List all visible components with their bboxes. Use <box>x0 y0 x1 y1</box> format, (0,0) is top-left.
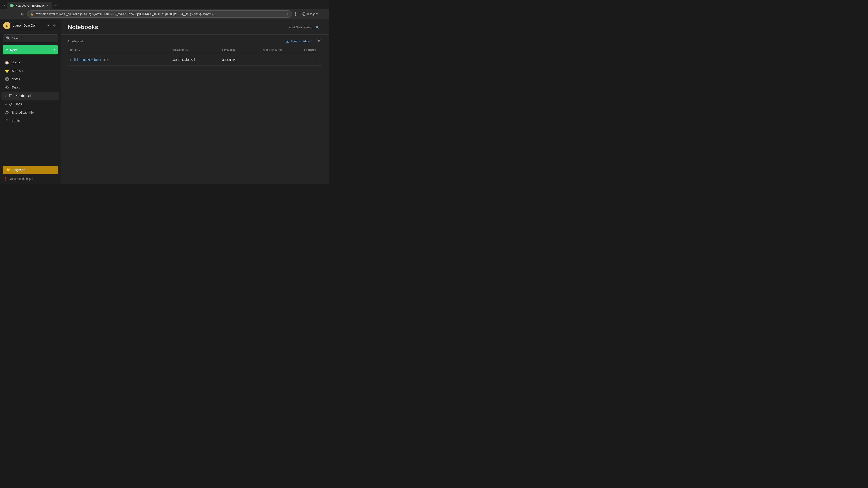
table-container: TITLE ▲ CREATED BY UPDATED SHARED WITH <box>61 46 329 184</box>
svg-rect-6 <box>9 94 12 97</box>
search-button[interactable]: 🔍 Search <box>3 34 58 42</box>
help-icon: ❓ <box>4 177 7 181</box>
new-tab-button[interactable]: + <box>53 2 59 8</box>
sidebar-item-label: Shortcuts <box>12 69 25 72</box>
find-placeholder: Find Notebooks... <box>289 26 313 29</box>
chevron-down-icon[interactable]: ▾ <box>48 24 49 27</box>
tasks-icon <box>5 86 9 90</box>
sidebar-nav: 🏠 Home ⭐ Shortcuts Notes <box>0 57 61 163</box>
tab-title: Notebooks - Evernote <box>16 4 44 7</box>
app-container: L Lauren Dale Deli ▾ ⚙ 🔍 Search + New ▾ … <box>0 19 329 184</box>
browser-menu-button[interactable]: ⋮ <box>320 11 327 17</box>
shared-icon <box>5 110 9 115</box>
col-header-created-by[interactable]: CREATED BY <box>169 46 220 54</box>
new-button[interactable]: + New ▾ <box>3 45 58 55</box>
col-header-actions: ACTIONS <box>302 46 322 54</box>
main-content: Notebooks Find Notebooks... 🔍 1 notebook <box>61 19 329 184</box>
new-notebook-label: New Notebook <box>291 39 312 43</box>
chevron-down-icon: ▾ <box>54 48 55 52</box>
tab-close-button[interactable]: ✕ <box>46 4 49 7</box>
find-notebooks-input[interactable]: Find Notebooks... 🔍 <box>285 24 322 31</box>
tab-scroll-btn[interactable]: ‹ <box>2 3 7 8</box>
settings-button[interactable]: ⚙ <box>51 22 58 29</box>
search-label: Search <box>12 36 22 40</box>
tab-favicon: 🐘 <box>10 4 13 7</box>
url-text: evernote.com/client/web?_sourcePage=ze9b… <box>36 12 284 15</box>
forward-button[interactable]: → <box>11 11 17 17</box>
expand-arrow-icon[interactable]: ▶ <box>5 103 7 105</box>
svg-rect-0 <box>296 12 299 16</box>
svg-rect-20 <box>74 58 77 61</box>
trash-icon <box>5 119 9 123</box>
sidebar-item-trash[interactable]: Trash <box>1 117 59 125</box>
note-count: (14) <box>104 58 110 61</box>
notebooks-list: ▶ First Notebook (14) <box>68 54 322 66</box>
header-actions: Find Notebooks... 🔍 <box>285 24 322 31</box>
expand-arrow-icon[interactable]: ▶ <box>5 95 7 97</box>
notebook-actions-cell: ⋯ <box>302 54 322 66</box>
sidebar-item-home[interactable]: 🏠 Home <box>1 58 59 66</box>
col-header-title[interactable]: TITLE ▲ <box>68 46 169 54</box>
sidebar-item-label: Trash <box>12 119 20 123</box>
table-header: TITLE ▲ CREATED BY UPDATED SHARED WITH <box>68 46 322 54</box>
sidebar-item-notebooks[interactable]: ▶ Notebooks <box>1 92 59 100</box>
notebook-title-cell: ▶ First Notebook (14) <box>68 54 169 66</box>
browser-chrome: ‹ 🐘 Notebooks - Evernote ✕ + ← → ↻ 🔒 eve… <box>0 0 329 19</box>
notebook-actions-button[interactable]: ⋯ <box>313 56 320 63</box>
tags-icon <box>8 102 13 106</box>
svg-rect-12 <box>6 120 8 122</box>
table-row: ▶ First Notebook (14) <box>68 54 322 66</box>
user-name: Lauren Dale Deli <box>13 24 45 27</box>
back-button[interactable]: ← <box>3 11 9 17</box>
nav-bar: ← → ↻ 🔒 evernote.com/client/web?_sourceP… <box>0 9 329 19</box>
expand-row-icon[interactable]: ▶ <box>70 58 71 61</box>
notebook-shared-with-cell: – <box>261 54 302 66</box>
address-bar[interactable]: 🔒 evernote.com/client/web?_sourcePage=ze… <box>27 10 292 18</box>
plus-icon: + <box>6 47 8 52</box>
notebook-updated-cell: Just now <box>221 54 261 66</box>
notebook-count: 1 notebook <box>68 39 84 43</box>
active-tab[interactable]: 🐘 Notebooks - Evernote ✕ <box>7 2 52 9</box>
new-notebook-button[interactable]: New Notebook <box>284 39 314 44</box>
incognito-label: Incognito <box>307 12 318 15</box>
sidebar-item-tasks[interactable]: Tasks <box>1 84 59 92</box>
col-header-updated[interactable]: UPDATED <box>221 46 261 54</box>
upgrade-button[interactable]: 💛 Upgrade <box>3 166 58 174</box>
notebook-name-link[interactable]: First Notebook <box>81 58 101 61</box>
notebooks-table: TITLE ▲ CREATED BY UPDATED SHARED WITH <box>68 46 322 66</box>
svg-rect-2 <box>6 78 8 80</box>
reload-button[interactable]: ↻ <box>19 11 25 17</box>
main-header: Notebooks Find Notebooks... 🔍 <box>61 19 329 35</box>
upgrade-label: Upgrade <box>12 168 25 172</box>
sidebar-item-label: Shared with Me <box>12 111 34 114</box>
notebook-created-by-cell: Lauren Dale Deli <box>169 54 220 66</box>
sidebar-item-label: Home <box>12 61 20 64</box>
new-label: New <box>10 48 17 52</box>
notes-icon <box>5 77 9 81</box>
avatar: L <box>3 22 10 29</box>
bookmark-icon[interactable]: ☆ <box>286 12 289 16</box>
notebooks-icon <box>8 94 13 98</box>
sidebar-item-tags[interactable]: ▶ Tags <box>1 100 59 108</box>
sidebar-item-label: Notebooks <box>16 94 31 98</box>
help-link[interactable]: ❓ Need a little help? <box>3 176 58 182</box>
profile-icon-button[interactable] <box>294 11 301 17</box>
upgrade-icon: 💛 <box>6 168 10 172</box>
home-icon: 🏠 <box>5 60 9 64</box>
sidebar-item-label: Tasks <box>12 86 20 89</box>
col-header-shared-with[interactable]: SHARED WITH <box>261 46 302 54</box>
tab-bar: ‹ 🐘 Notebooks - Evernote ✕ + <box>0 0 329 9</box>
sidebar-item-notes[interactable]: Notes <box>1 75 59 83</box>
search-icon: 🔍 <box>6 36 10 40</box>
sidebar: L Lauren Dale Deli ▾ ⚙ 🔍 Search + New ▾ … <box>0 19 61 184</box>
sidebar-header: L Lauren Dale Deli ▾ ⚙ <box>0 19 61 32</box>
sidebar-item-shared[interactable]: Shared with Me <box>1 108 59 117</box>
svg-point-9 <box>10 103 10 104</box>
sort-button[interactable] <box>316 38 322 45</box>
search-icon: 🔍 <box>315 26 319 29</box>
page-title: Notebooks <box>68 24 98 31</box>
toolbar: 1 notebook New Notebook <box>61 35 329 46</box>
incognito-indicator: Incognito <box>302 12 318 16</box>
sidebar-item-label: Tags <box>16 102 22 106</box>
sidebar-item-shortcuts[interactable]: ⭐ Shortcuts <box>1 67 59 75</box>
